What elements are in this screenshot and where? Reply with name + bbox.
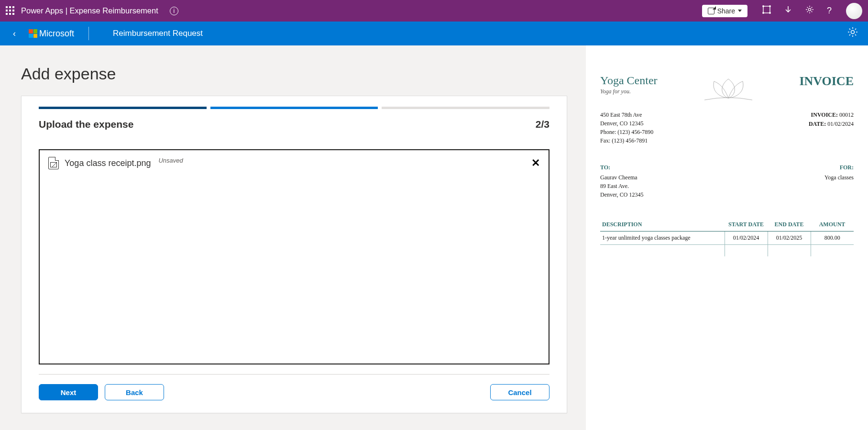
for-value: Yoga classes	[824, 173, 854, 182]
invoice-line-items: DESCRIPTION START DATE END DATE AMOUNT 1…	[600, 218, 854, 256]
uploaded-file-row: Yoga class receipt.png Unsaved ✕	[48, 157, 540, 169]
file-name: Yoga class receipt.png	[65, 158, 151, 168]
breadcrumb: Power Apps | Expense Reimbursement	[21, 6, 158, 15]
step-count: 2/3	[536, 119, 549, 130]
wizard-card: Upload the expense 2/3 Yoga class receip…	[21, 96, 567, 413]
back-button[interactable]: Back	[105, 384, 164, 400]
bill-to: Gaurav Cheema 89 East Ave. Denver, CO 12…	[600, 173, 644, 199]
vendor-tagline: Yoga for you.	[600, 88, 658, 95]
file-status: Unsaved	[158, 157, 183, 164]
app-settings-icon[interactable]	[847, 26, 858, 41]
to-label: TO:	[600, 164, 644, 171]
image-file-icon	[48, 157, 59, 169]
frame-icon[interactable]	[762, 5, 771, 17]
tenant-name: Microsoft	[39, 29, 74, 39]
invoice-meta: INVOICE: 00012 DATE: 01/02/2024	[809, 110, 854, 145]
svg-point-5	[808, 8, 811, 11]
file-dropzone[interactable]: Yoga class receipt.png Unsaved ✕	[39, 149, 549, 364]
divider	[39, 374, 549, 375]
divider	[88, 27, 89, 40]
svg-point-1	[763, 6, 764, 7]
svg-point-3	[763, 12, 764, 13]
global-command-bar: Power Apps | Expense Reimbursement i Sha…	[0, 0, 868, 22]
share-icon	[708, 8, 714, 14]
for-label: FOR:	[824, 164, 854, 171]
share-label: Share	[717, 7, 735, 15]
vendor-name: Yoga Center	[600, 74, 658, 87]
chevron-down-icon	[738, 10, 742, 12]
avatar[interactable]	[846, 3, 862, 19]
table-row: 1-year unlimited yoga classes package 01…	[600, 232, 854, 245]
invoice-heading: INVOICE	[799, 74, 854, 88]
app-launcher-icon[interactable]	[6, 6, 15, 16]
settings-icon[interactable]	[805, 5, 814, 17]
receipt-preview-panel: Yoga Center Yoga for you. INVOICE 450 Ea…	[586, 45, 868, 430]
remove-file-button[interactable]: ✕	[531, 157, 540, 169]
help-icon[interactable]: ?	[827, 6, 832, 16]
page-title: Add expense	[21, 65, 586, 83]
info-icon[interactable]: i	[170, 7, 178, 15]
share-button[interactable]: Share	[702, 5, 747, 17]
svg-point-2	[769, 6, 770, 7]
download-icon[interactable]	[784, 5, 792, 16]
app-header-bar: ‹ Microsoft Reimbursement Request	[0, 22, 868, 45]
lotus-icon	[700, 74, 757, 103]
next-button[interactable]: Next	[39, 384, 98, 400]
step-title: Upload the expense	[39, 119, 133, 130]
svg-point-4	[769, 12, 770, 13]
svg-rect-0	[763, 6, 770, 13]
cancel-button[interactable]: Cancel	[490, 384, 549, 400]
vendor-address: 450 East 78th Ave Denver, CO 12345 Phone…	[600, 110, 653, 145]
progress-bar	[39, 107, 549, 109]
back-icon[interactable]: ‹	[10, 29, 19, 39]
page-context-title: Reimbursement Request	[113, 29, 203, 38]
svg-point-6	[851, 31, 855, 34]
tenant-logo: Microsoft	[29, 29, 74, 39]
